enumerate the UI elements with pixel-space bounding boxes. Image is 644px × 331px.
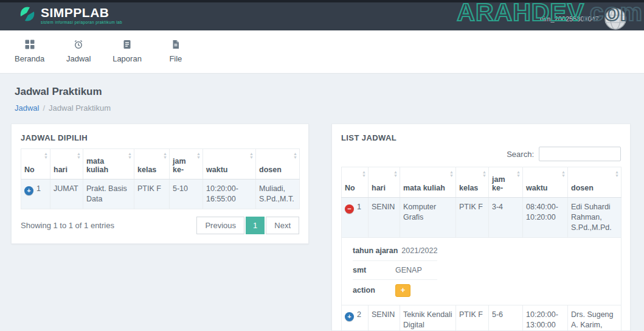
breadcrumb-separator: / [43, 103, 45, 113]
previous-page-button[interactable]: Previous [196, 217, 244, 234]
file-icon [171, 40, 181, 49]
nav-label: File [169, 54, 182, 63]
sort-icon: ▲▼ [44, 152, 48, 159]
nav-item-file[interactable]: File [162, 40, 189, 63]
column-header-kelas[interactable]: kelas▲▼ [456, 167, 489, 198]
cell-mata-kuliah: Teknik Kendali Digital [400, 305, 456, 331]
cell-waktu: 08:40:00-10:20:00 [523, 198, 568, 238]
schedule-list-card: LIST JADWAL Search: No▲▼ hari▲▼ mata kul… [331, 124, 631, 331]
cell-waktu: 10:20:00-13:00:00 [523, 305, 568, 331]
table-row: +2 SENIN Teknik Kendali Digital PTIK F 5… [342, 305, 621, 331]
column-header-mata-kuliah[interactable]: mata kuliah▲▼ [400, 167, 456, 198]
nav-label: Jadwal [66, 54, 91, 63]
cell-jam-ke: 3-4 [489, 198, 523, 238]
selected-schedule-table: No▲▼ hari▲▼ mata kuliah▲▼ kelas▲▼ jam ke… [21, 148, 300, 209]
nav-item-beranda[interactable]: Beranda [15, 40, 44, 63]
cell-kelas: PTIK F [134, 179, 170, 209]
watermark: ARAHDEV.com [457, 0, 643, 27]
cell-no: −1 [342, 198, 369, 238]
sort-icon: ▲▼ [163, 152, 167, 159]
row-detail: tahun ajaran2021/2022 smtGENAP action+ [342, 237, 621, 305]
top-navbar: SIMPPLAB sistem informasi pelaporan prak… [0, 0, 644, 30]
nav-label: Beranda [15, 54, 44, 63]
column-header-no[interactable]: No▲▼ [342, 167, 369, 198]
nav-item-laporan[interactable]: Laporan [113, 40, 142, 63]
expand-row-button[interactable]: + [24, 186, 33, 195]
simpplab-logo-icon [18, 5, 36, 26]
cell-dosen: Drs. Sugeng A. Karim, M.T. [568, 305, 621, 331]
sort-icon: ▲▼ [393, 170, 398, 178]
column-header-hari[interactable]: hari▲▼ [50, 149, 83, 179]
watermark-text: ARAHDEV [457, 0, 582, 26]
report-icon [122, 40, 132, 49]
sort-icon: ▲▼ [293, 152, 297, 159]
column-header-waktu[interactable]: waktu▲▼ [203, 149, 256, 179]
table-row: −1 SENIN Komputer Grafis PTIK F 3-4 08:4… [342, 198, 621, 238]
add-schedule-button[interactable]: + [395, 284, 410, 297]
page-1-button[interactable]: 1 [246, 217, 265, 234]
collapse-row-button[interactable]: − [345, 204, 354, 214]
detail-value: 2021/2022 [401, 246, 437, 255]
breadcrumb-current: Jadwal Praktikum [49, 103, 111, 113]
sort-icon: ▲▼ [362, 170, 366, 178]
cell-kelas: PTIK F [456, 305, 489, 331]
cell-mata-kuliah: Prakt. Basis Data [83, 179, 134, 209]
cell-hari: JUMAT [50, 179, 83, 209]
sort-icon: ▲▼ [449, 170, 454, 178]
brand-name: SIMPPLAB [41, 6, 122, 19]
brand[interactable]: SIMPPLAB sistem informasi pelaporan prak… [18, 5, 122, 26]
nav-item-jadwal[interactable]: Jadwal [65, 40, 92, 63]
detail-label: smt [353, 265, 392, 276]
clock-icon [74, 40, 83, 49]
page-title: Jadwal Praktikum [15, 86, 102, 98]
column-header-hari[interactable]: hari▲▼ [369, 167, 400, 198]
sort-icon: ▲▼ [516, 170, 521, 178]
cell-waktu: 10:20:00-16:55:00 [203, 179, 256, 209]
column-header-jam-ke[interactable]: jam ke-▲▼ [170, 149, 203, 179]
column-header-no[interactable]: No▲▼ [21, 149, 50, 179]
sort-icon: ▲▼ [196, 152, 201, 159]
breadcrumb-link-jadwal[interactable]: Jadwal [15, 103, 39, 113]
nav-label: Laporan [113, 54, 142, 63]
pagination: Previous 1 Next [196, 217, 299, 234]
sort-icon: ▲▼ [128, 152, 132, 159]
schedule-list-table: No▲▼ hari▲▼ mata kuliah▲▼ kelas▲▼ jam ke… [341, 167, 621, 331]
cell-hari: SENIN [369, 198, 400, 238]
column-header-kelas[interactable]: kelas▲▼ [134, 149, 170, 179]
column-header-waktu[interactable]: waktu▲▼ [523, 167, 568, 198]
next-page-button[interactable]: Next [266, 217, 299, 234]
breadcrumb: Jadwal/Jadwal Praktikum [15, 103, 111, 113]
cell-no: +1 [21, 179, 50, 209]
watermark-tld: .com [582, 0, 643, 26]
sort-icon: ▲▼ [249, 152, 254, 159]
cell-mata-kuliah: Komputer Grafis [400, 198, 456, 238]
cell-no: +2 [342, 305, 369, 331]
expand-row-button[interactable]: + [345, 312, 354, 321]
cell-hari: SENIN [369, 305, 400, 331]
detail-row-action: action+ [353, 280, 437, 301]
grid-icon [25, 40, 35, 49]
app-screen: SIMPPLAB sistem informasi pelaporan prak… [0, 0, 644, 331]
table-info-text: Showing 1 to 1 of 1 entries [21, 221, 114, 230]
column-header-dosen[interactable]: dosen▲▼ [568, 167, 621, 198]
cell-dosen: Muliadi, S.Pd.,M.T. [256, 179, 300, 209]
detail-label: action [353, 285, 392, 296]
detail-row-tahun-ajaran: tahun ajaran2021/2022 [353, 242, 437, 261]
search-input[interactable] [539, 147, 621, 161]
sort-icon: ▲▼ [482, 170, 486, 178]
cell-kelas: PTIK F [456, 198, 489, 238]
cell-jam-ke: 5-6 [489, 305, 523, 331]
column-header-mata-kuliah[interactable]: mata kuliah▲▼ [83, 149, 134, 179]
list-card-title: LIST JADWAL [341, 133, 621, 142]
sort-icon: ▲▼ [77, 152, 81, 159]
detail-value: GENAP [395, 266, 422, 274]
column-header-jam-ke[interactable]: jam ke-▲▼ [489, 167, 523, 198]
secondary-nav: Beranda Jadwal [0, 30, 644, 74]
column-header-dosen[interactable]: dosen▲▼ [256, 149, 300, 179]
brand-tagline: sistem informasi pelaporan praktikum lab [41, 20, 122, 24]
sort-icon: ▲▼ [561, 170, 566, 178]
cell-dosen: Edi Suhardi Rahman, S.Pd.,M.Pd. [568, 198, 621, 238]
search-label: Search: [507, 150, 534, 159]
sort-icon: ▲▼ [615, 170, 619, 178]
selected-schedule-card: JADWAL DIPILIH No▲▼ hari▲▼ mata kuliah▲▼… [11, 124, 309, 244]
